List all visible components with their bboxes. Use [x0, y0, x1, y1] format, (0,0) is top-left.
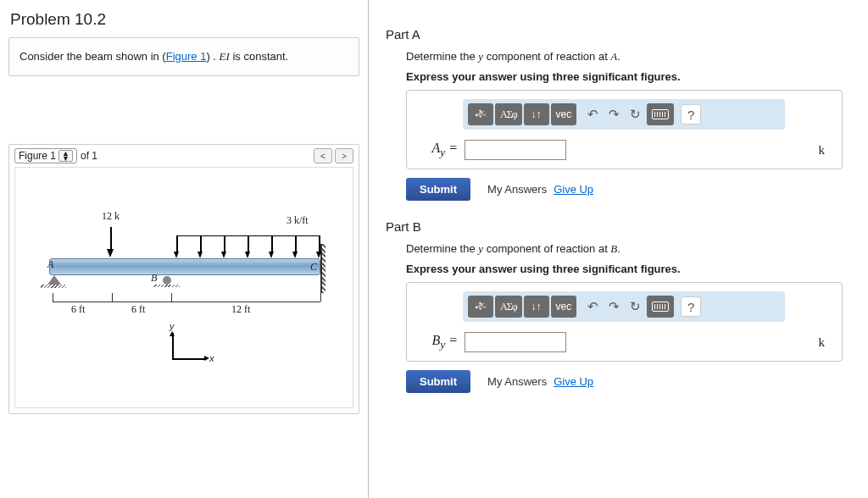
redo-button[interactable]: ↷ — [604, 299, 624, 314]
undo-button[interactable]: ↶ — [583, 107, 603, 122]
point-c-label: C — [310, 261, 317, 274]
figure-panel: Figure 1 ▲▼ of 1 < > — [8, 144, 359, 414]
part-a-title: Part A — [386, 27, 860, 42]
greek-button[interactable]: ΑΣφ — [495, 103, 522, 125]
answer-input[interactable] — [465, 140, 566, 160]
point-b-label: B — [151, 272, 157, 285]
part-b-prompt: Determine the y component of reaction at… — [406, 242, 860, 256]
vec-button[interactable]: vec — [551, 103, 577, 125]
figure-header: Figure 1 ▲▼ of 1 < > — [9, 145, 359, 167]
subsup-button[interactable]: ↓↑ — [524, 296, 549, 318]
submit-button[interactable]: Submit — [406, 370, 470, 393]
reset-button[interactable]: ↻ — [626, 299, 645, 314]
problem-title: Problem 10.2 — [10, 10, 359, 29]
problem-prompt: Consider the beam shown in (Figure 1) . … — [8, 37, 359, 76]
keyboard-button[interactable] — [647, 296, 674, 318]
part-a-answer-box: ▪∛▫ ΑΣφ ↓↑ vec ↶ ↷ ↻ ? Ay = k — [406, 90, 843, 169]
prompt-text: is constant. — [230, 50, 288, 63]
beam-figure: 12 k 3 k/ft A B C 6 ft 6 ft 12 ft y x — [14, 167, 353, 408]
figure-link[interactable]: Figure 1 — [166, 50, 207, 63]
point-load-label: 12 k — [102, 210, 120, 223]
prompt-text: ) . — [206, 50, 219, 63]
redo-button[interactable]: ↷ — [604, 107, 624, 122]
submit-button[interactable]: Submit — [406, 178, 470, 201]
my-answers-label: My Answers — [487, 375, 547, 388]
answer-variable: Ay = — [424, 141, 458, 159]
part-b-instruction: Express your answer using three signific… — [406, 263, 860, 275]
figure-select-label: Figure 1 — [19, 150, 56, 162]
x-axis-label: x — [209, 353, 214, 363]
dimension-6ft-a: 6 ft — [71, 303, 85, 316]
dimension-12ft: 12 ft — [231, 303, 250, 316]
part-b-answer-box: ▪∛▫ ΑΣφ ↓↑ vec ↶ ↷ ↻ ? By = k — [406, 282, 843, 362]
templates-button[interactable]: ▪∛▫ — [468, 103, 493, 125]
answer-unit: k — [819, 335, 831, 350]
answer-variable: By = — [424, 333, 458, 351]
part-b-buttons: Submit My Answers Give Up — [406, 370, 860, 393]
point-a-label: A — [47, 258, 53, 271]
y-axis-label: y — [170, 321, 175, 331]
help-button[interactable]: ? — [681, 104, 701, 125]
toolbar: ▪∛▫ ΑΣφ ↓↑ vec ↶ ↷ ↻ ? — [463, 291, 785, 322]
part-a-instruction: Express your answer using three signific… — [406, 70, 860, 83]
left-column: Problem 10.2 Consider the beam shown in … — [0, 0, 369, 498]
help-button[interactable]: ? — [681, 296, 701, 317]
give-up-link[interactable]: Give Up — [554, 183, 593, 196]
greek-button[interactable]: ΑΣφ — [495, 296, 522, 318]
figure-count: of 1 — [81, 150, 97, 162]
figure-select[interactable]: Figure 1 ▲▼ — [14, 148, 77, 163]
answer-row: By = k — [424, 332, 830, 352]
part-a-buttons: Submit My Answers Give Up — [406, 178, 860, 201]
answer-row: Ay = k — [424, 140, 830, 160]
ei-symbol: EI — [220, 50, 230, 63]
prompt-text: Consider the beam shown in ( — [19, 50, 166, 63]
reset-button[interactable]: ↻ — [626, 107, 645, 122]
answer-unit: k — [819, 143, 831, 158]
give-up-link[interactable]: Give Up — [554, 375, 593, 388]
distributed-load-label: 3 k/ft — [287, 214, 309, 227]
answer-input[interactable] — [465, 332, 566, 352]
keyboard-icon — [652, 302, 669, 312]
templates-button[interactable]: ▪∛▫ — [468, 296, 493, 318]
keyboard-icon — [652, 109, 669, 119]
toolbar: ▪∛▫ ΑΣφ ↓↑ vec ↶ ↷ ↻ ? — [463, 99, 785, 130]
subsup-button[interactable]: ↓↑ — [524, 103, 549, 125]
dimension-6ft-b: 6 ft — [131, 303, 145, 316]
vec-button[interactable]: vec — [551, 296, 577, 318]
figure-body: 12 k 3 k/ft A B C 6 ft 6 ft 12 ft y x — [9, 167, 359, 413]
right-column: Part A Determine the y component of reac… — [369, 0, 868, 498]
part-a-prompt: Determine the y component of reaction at… — [406, 50, 860, 64]
figure-prev-button[interactable]: < — [314, 148, 332, 163]
undo-button[interactable]: ↶ — [583, 299, 603, 314]
my-answers-label: My Answers — [487, 183, 547, 196]
figure-stepper[interactable]: ▲▼ — [58, 150, 73, 162]
keyboard-button[interactable] — [647, 103, 674, 125]
figure-next-button[interactable]: > — [335, 148, 353, 163]
part-b-title: Part B — [386, 219, 860, 234]
